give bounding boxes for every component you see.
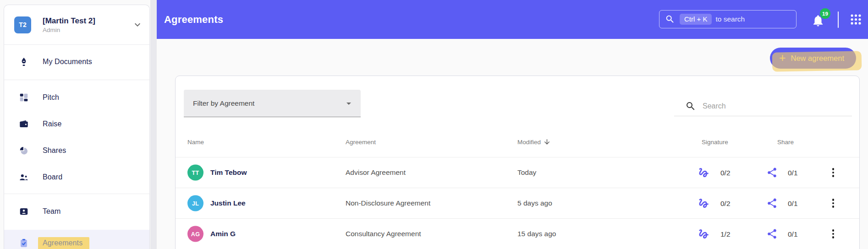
header-divider	[838, 11, 839, 28]
notifications-button[interactable]: 19	[811, 11, 829, 28]
sidebar-item-board[interactable]: Board	[4, 164, 149, 190]
share-icon	[766, 167, 778, 179]
badge-person-icon	[19, 206, 29, 217]
people-icon	[19, 172, 29, 182]
table-row[interactable]: AG Amin G Consultancy Agreement 15 days …	[176, 219, 859, 249]
signature-count: 0/2	[720, 168, 731, 177]
search-icon	[665, 14, 675, 24]
cell-modified: Today	[517, 168, 536, 177]
chevron-down-icon	[132, 19, 143, 30]
sidebar-content-gap	[150, 0, 157, 249]
search-hint: to search	[715, 15, 745, 23]
column-header-agreement: Agreement	[346, 138, 376, 145]
column-header-name: Name	[187, 138, 204, 145]
clipboard-check-icon	[19, 238, 29, 248]
pie-chart-icon	[19, 146, 29, 156]
share-count: 0/1	[788, 168, 798, 177]
signature-count: 1/2	[720, 230, 731, 238]
sidebar-item-label: Agreements	[38, 237, 89, 249]
new-agreement-label: New agreement	[791, 54, 844, 63]
table-search-input[interactable]	[703, 102, 840, 110]
sort-desc-icon	[543, 138, 551, 146]
cell-name: Tim Tebow	[210, 168, 247, 177]
signature-icon	[698, 197, 710, 210]
cell-agreement: Consultancy Agreement	[346, 230, 421, 238]
workspace-text: [Martin Test 2] Admin	[43, 16, 95, 33]
sidebar-item-label: Shares	[43, 146, 66, 155]
row-menu-button[interactable]	[828, 167, 838, 178]
apps-grid-icon[interactable]	[850, 13, 862, 26]
sidebar-item-my-documents[interactable]: My Documents	[4, 49, 149, 75]
share-count: 0/1	[788, 199, 798, 207]
agreement-filter-select[interactable]: Filter by Agreement	[184, 90, 361, 117]
cell-agreement: Non-Disclosure Agreement	[346, 199, 430, 207]
column-header-modified[interactable]: Modified	[517, 138, 551, 146]
avatar: JL	[187, 195, 203, 211]
modified-label: Modified	[517, 138, 541, 145]
cell-modified: 5 days ago	[517, 199, 552, 207]
row-menu-button[interactable]	[828, 198, 838, 209]
share-count: 0/1	[788, 230, 798, 238]
sidebar-item-pitch[interactable]: Pitch	[4, 84, 149, 111]
avatar: AG	[187, 226, 203, 242]
cell-signature[interactable]: 0/2	[698, 167, 731, 179]
cell-share[interactable]: 0/1	[766, 198, 798, 209]
cell-name: Justin Lee	[210, 199, 246, 207]
wallet-icon	[19, 119, 29, 129]
sidebar-item-raise[interactable]: Raise	[4, 111, 149, 137]
ink-pen-icon	[19, 57, 29, 67]
signature-icon	[698, 167, 710, 179]
plus-icon: +	[779, 52, 786, 64]
page-title: Agreements	[164, 14, 223, 26]
avatar: TT	[187, 165, 203, 181]
top-header: Agreements Ctrl + K to search 19	[157, 0, 868, 39]
sidebar-item-label: Raise	[43, 120, 61, 128]
dropdown-arrow-icon	[343, 98, 354, 109]
keyboard-shortcut-badge: Ctrl + K	[680, 14, 712, 25]
sidebar-item-label: Pitch	[43, 93, 59, 102]
sidebar-item-agreements[interactable]: Agreements	[4, 230, 149, 249]
workspace-role: Admin	[43, 27, 95, 33]
cell-share[interactable]: 0/1	[766, 167, 798, 179]
new-agreement-button[interactable]: + New agreement	[770, 48, 856, 69]
dashboard-icon	[19, 92, 29, 103]
table-header-row: Name Agreement Modified Signature Share	[176, 126, 859, 157]
workspace-selector[interactable]: T2 [Martin Test 2] Admin	[4, 5, 149, 44]
share-icon	[766, 228, 778, 240]
filter-select-label: Filter by Agreement	[193, 99, 254, 108]
table-search	[674, 96, 852, 116]
cell-agreement: Advisor Agreement	[346, 168, 406, 177]
column-header-share: Share	[777, 138, 794, 145]
cell-modified: 15 days ago	[517, 230, 556, 238]
sidebar-divider	[4, 80, 149, 80]
workspace-name: [Martin Test 2]	[43, 16, 95, 26]
sidebar: T2 [Martin Test 2] Admin My Documents Pi…	[4, 5, 150, 249]
global-search[interactable]: Ctrl + K to search	[659, 10, 797, 28]
table-row[interactable]: JL Justin Lee Non-Disclosure Agreement 5…	[176, 188, 859, 219]
row-menu-button[interactable]	[828, 228, 838, 239]
sidebar-item-label: Team	[43, 207, 61, 216]
workspace-avatar: T2	[14, 16, 31, 33]
table-row[interactable]: TT Tim Tebow Advisor Agreement Today 0/2…	[176, 157, 859, 188]
sidebar-item-shares[interactable]: Shares	[4, 137, 149, 164]
notification-count-badge: 19	[820, 8, 830, 19]
sidebar-divider	[4, 44, 149, 45]
cell-share[interactable]: 0/1	[766, 228, 798, 240]
cell-signature[interactable]: 1/2	[698, 228, 731, 240]
signature-count: 0/2	[720, 199, 731, 207]
agreements-table-card: Filter by Agreement Name Agreement Modif…	[175, 76, 860, 249]
sidebar-item-team[interactable]: Team	[4, 198, 149, 225]
sidebar-item-label: My Documents	[43, 58, 92, 66]
main-area: Agreements Ctrl + K to search 19 + New a…	[157, 0, 868, 249]
share-icon	[766, 198, 778, 209]
sidebar-item-label: Board	[43, 173, 62, 181]
cell-signature[interactable]: 0/2	[698, 197, 731, 210]
search-icon	[685, 101, 696, 112]
column-header-signature: Signature	[702, 138, 728, 145]
sidebar-divider	[4, 194, 149, 194]
cell-name: Amin G	[210, 230, 236, 238]
signature-icon	[698, 228, 710, 240]
